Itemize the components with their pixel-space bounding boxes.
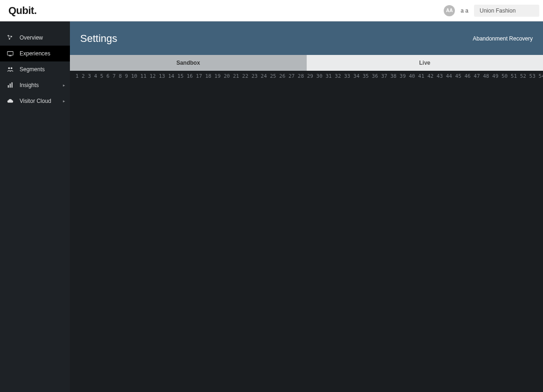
- main: Settings Abandonment Recovery Sandbox Li…: [70, 21, 543, 392]
- sidebar-item-label: Segments: [20, 66, 45, 73]
- tab-sandbox[interactable]: Sandbox: [70, 55, 307, 71]
- username: a a: [461, 7, 468, 14]
- sidebar-item-insights[interactable]: Insights ▸: [0, 77, 70, 93]
- insights-icon: [7, 81, 14, 89]
- line-gutter: 1 2 3 4 5 6 7 8 9 10 11 12 13 14 15 16 1…: [70, 71, 543, 392]
- sidebar-item-label: Overview: [20, 34, 43, 41]
- sidebar-item-visitor-cloud[interactable]: Visitor Cloud ▸: [0, 93, 70, 109]
- sidebar: Overview Experiences Segments Insights ▸…: [0, 21, 70, 392]
- cloud-icon: [7, 97, 14, 105]
- topbar-right: AA a a Union Fashion: [444, 5, 539, 17]
- topbar: Qubit. AA a a Union Fashion: [0, 0, 543, 21]
- svg-rect-8: [10, 84, 11, 88]
- svg-point-6: [11, 67, 13, 69]
- page-header: Settings Abandonment Recovery: [70, 21, 543, 55]
- sidebar-item-experiences[interactable]: Experiences: [0, 46, 70, 61]
- svg-rect-3: [7, 52, 13, 55]
- chevron-right-icon: ▸: [63, 99, 65, 103]
- page-title: Settings: [80, 33, 117, 45]
- avatar[interactable]: AA: [444, 5, 455, 16]
- chevron-right-icon: ▸: [63, 83, 65, 88]
- segments-icon: [7, 66, 14, 73]
- svg-rect-7: [8, 85, 9, 88]
- sidebar-item-segments[interactable]: Segments: [0, 61, 70, 77]
- page-subtitle: Abandonment Recovery: [473, 35, 533, 42]
- sidebar-item-label: Visitor Cloud: [20, 98, 51, 104]
- sidebar-item-overview[interactable]: Overview: [0, 30, 70, 46]
- code-editor[interactable]: 1 2 3 4 5 6 7 8 9 10 11 12 13 14 15 16 1…: [70, 71, 543, 392]
- tab-live[interactable]: Live: [307, 55, 543, 71]
- overview-icon: [7, 34, 14, 41]
- logo[interactable]: Qubit.: [8, 5, 37, 17]
- experiences-icon: [7, 50, 14, 57]
- sidebar-item-label: Experiences: [20, 50, 50, 57]
- sidebar-item-label: Insights: [20, 82, 39, 88]
- tabs: Sandbox Live: [70, 55, 543, 71]
- property-select[interactable]: Union Fashion: [474, 5, 539, 17]
- svg-rect-4: [9, 55, 11, 56]
- svg-point-5: [8, 67, 10, 69]
- svg-rect-9: [12, 82, 13, 88]
